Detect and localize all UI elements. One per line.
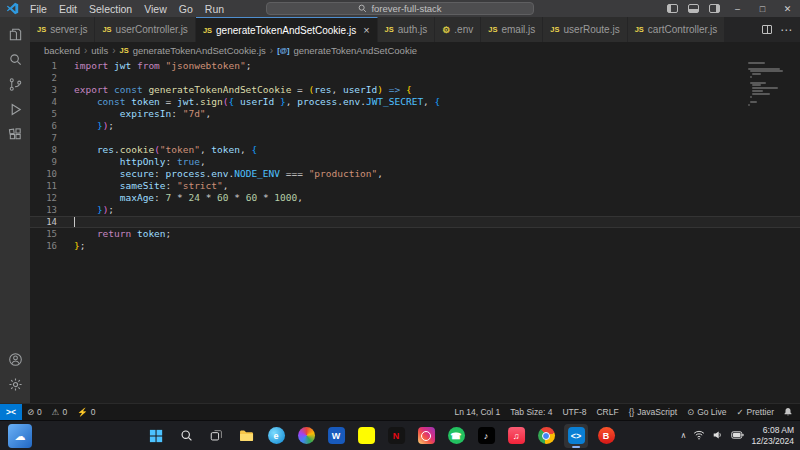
code-line[interactable]: 13 }); [30, 204, 800, 216]
menu-run[interactable]: Run [199, 2, 230, 16]
line-number: 14 [30, 216, 74, 228]
more-actions-icon[interactable]: ⋯ [780, 24, 792, 36]
menu-edit[interactable]: Edit [53, 2, 83, 16]
remote-indicator[interactable]: >< [0, 404, 22, 420]
go-live[interactable]: ⊙Go Live [682, 404, 731, 420]
brave-button[interactable]: B [594, 424, 618, 448]
notifications-bell[interactable] [779, 404, 800, 420]
code-line[interactable]: 14 [30, 216, 800, 228]
code-line[interactable]: 4 const token = jwt.sign({ userId }, pro… [30, 96, 800, 108]
menu-view[interactable]: View [138, 2, 173, 16]
warnings-indicator[interactable]: ⚠0 [47, 404, 72, 420]
code-line[interactable]: 15 return token; [30, 228, 800, 240]
apple-music-button[interactable]: ♫ [504, 424, 528, 448]
taskbar-search-button[interactable] [174, 424, 198, 448]
tiktok-button[interactable]: ♪ [474, 424, 498, 448]
breadcrumb-item-backend[interactable]: backend [44, 45, 80, 56]
breadcrumb-item-generateTokenAndSetCookie[interactable]: generateTokenAndSetCookie [293, 45, 417, 56]
widgets-button[interactable]: ☁ [8, 424, 32, 448]
line-number: 7 [30, 132, 74, 144]
cursor-position[interactable]: Ln 14, Col 1 [449, 404, 505, 420]
line-number: 11 [30, 180, 74, 192]
activity-settings[interactable] [0, 372, 30, 397]
close-icon[interactable]: × [363, 24, 369, 36]
breadcrumb-item-generateTokenAndSetCookie.js[interactable]: generateTokenAndSetCookie.js [133, 45, 266, 56]
maximize-button[interactable]: □ [750, 0, 775, 17]
snapchat-button[interactable] [354, 424, 378, 448]
activity-account[interactable] [0, 347, 30, 372]
activity-explorer[interactable] [0, 22, 30, 47]
toggle-secondary-sidebar-icon[interactable] [709, 4, 720, 13]
breadcrumb-item-utils[interactable]: utils [91, 45, 108, 56]
file-explorer-button[interactable] [234, 424, 258, 448]
line-number: 1 [30, 60, 74, 72]
minimap[interactable] [748, 62, 790, 107]
code-line[interactable]: 6 }); [30, 120, 800, 132]
code-line[interactable]: 3export const generateTokenAndSetCookie … [30, 84, 800, 96]
tab-generateTokenAndSetCookie.js[interactable]: JSgenerateTokenAndSetCookie.js× [196, 17, 378, 42]
code-line[interactable]: 1import jwt from "jsonwebtoken"; [30, 60, 800, 72]
menu-go[interactable]: Go [173, 2, 199, 16]
indentation[interactable]: Tab Size: 4 [505, 404, 557, 420]
tab-label: auth.js [398, 24, 427, 35]
prettier[interactable]: ✓Prettier [731, 404, 779, 420]
edge-button[interactable]: e [264, 424, 288, 448]
activity-extensions[interactable] [0, 122, 30, 147]
code-line[interactable]: 16}; [30, 240, 800, 252]
tab-auth.js[interactable]: JSauth.js [378, 17, 436, 42]
code-line[interactable]: 9 httpOnly: true, [30, 156, 800, 168]
instagram-button[interactable] [414, 424, 438, 448]
ports-indicator[interactable]: ⚡0 [72, 404, 100, 420]
hidden-icons-chevron[interactable]: ∧ [681, 431, 687, 440]
tab-userController.js[interactable]: JSuserController.js [95, 17, 195, 42]
js-file-icon: JS [102, 25, 111, 34]
tab-env[interactable]: ⚙.env [435, 17, 481, 42]
battery-icon[interactable] [731, 431, 744, 441]
tab-email.js[interactable]: JSemail.js [481, 17, 543, 42]
photos-button[interactable] [294, 424, 318, 448]
menu-file[interactable]: File [24, 2, 53, 16]
line-number: 5 [30, 108, 74, 120]
code-line[interactable]: 11 sameSite: "strict", [30, 180, 800, 192]
chrome-button[interactable] [534, 424, 558, 448]
eol[interactable]: CRLF [591, 404, 623, 420]
code-line[interactable]: 7 [30, 132, 800, 144]
code-line[interactable]: 5 expiresIn: "7d", [30, 108, 800, 120]
tab-userRoute.js[interactable]: JSuserRoute.js [543, 17, 627, 42]
toggle-panel-icon[interactable] [688, 4, 699, 13]
tab-server.js[interactable]: JSserver.js [30, 17, 95, 42]
activity-search[interactable] [0, 47, 30, 72]
code-line[interactable]: 12 maxAge: 7 * 24 * 60 * 60 * 1000, [30, 192, 800, 204]
taskbar-clock[interactable]: 6:08 AM 12/23/2024 [751, 425, 794, 445]
instagram-icon [418, 427, 435, 444]
status-label: Go Live [697, 407, 726, 417]
code-editor[interactable]: 1import jwt from "jsonwebtoken";23export… [30, 58, 800, 403]
tab-cartController.js[interactable]: JScartController.js [628, 17, 726, 42]
wifi-icon[interactable] [693, 430, 705, 442]
toggle-sidebar-icon[interactable] [667, 4, 678, 13]
vscode-button[interactable]: <> [564, 424, 588, 448]
activity-run-debug[interactable] [0, 97, 30, 122]
errors-indicator[interactable]: ⊘0 [22, 404, 47, 420]
netflix-button[interactable]: N [384, 424, 408, 448]
breadcrumb: backend›utils›JSgenerateTokenAndSetCooki… [30, 42, 800, 58]
minimize-button[interactable]: – [725, 0, 750, 17]
menu-selection[interactable]: Selection [83, 2, 138, 16]
activity-source-control[interactable] [0, 72, 30, 97]
language-mode[interactable]: {}JavaScript [624, 404, 682, 420]
go-live-icon: ⊙ [687, 407, 694, 417]
word-button[interactable]: W [324, 424, 348, 448]
tiktok-icon: ♪ [478, 427, 495, 444]
tab-label: userRoute.js [564, 24, 620, 35]
code-line[interactable]: 10 secure: process.env.NODE_ENV === "pro… [30, 168, 800, 180]
encoding[interactable]: UTF-8 [557, 404, 591, 420]
task-view-button[interactable] [204, 424, 228, 448]
split-editor-icon[interactable] [762, 25, 772, 34]
code-line[interactable]: 2 [30, 72, 800, 84]
whatsapp-button[interactable]: ☎ [444, 424, 468, 448]
command-center-search[interactable]: forever-full-stack [266, 2, 534, 15]
volume-icon[interactable] [712, 430, 724, 442]
close-button[interactable]: ✕ [775, 0, 800, 17]
start-button[interactable] [144, 424, 168, 448]
code-line[interactable]: 8 res.cookie("token", token, { [30, 144, 800, 156]
